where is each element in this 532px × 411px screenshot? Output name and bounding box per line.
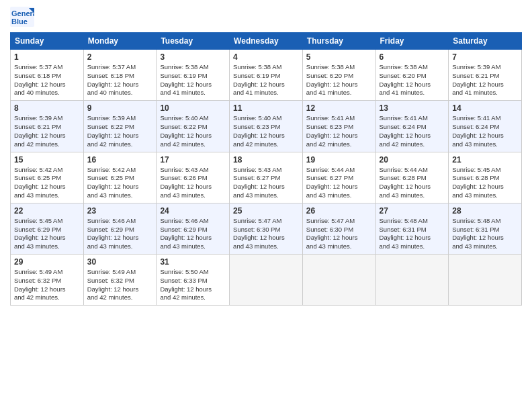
calendar-cell: 12Sunrise: 5:41 AMSunset: 6:23 PMDayligh…	[302, 101, 375, 152]
day-info: Sunrise: 5:45 AMSunset: 6:28 PMDaylight:…	[452, 166, 518, 200]
day-number: 6	[380, 52, 445, 62]
svg-text:General: General	[11, 9, 34, 17]
calendar-cell: 16Sunrise: 5:42 AMSunset: 6:25 PMDayligh…	[83, 152, 157, 203]
day-info: Sunrise: 5:47 AMSunset: 6:30 PMDaylight:…	[233, 217, 299, 251]
calendar: SundayMondayTuesdayWednesdayThursdayFrid…	[10, 32, 522, 306]
day-number: 13	[380, 103, 445, 113]
day-info: Sunrise: 5:46 AMSunset: 6:29 PMDaylight:…	[160, 217, 226, 251]
day-number: 8	[14, 103, 80, 113]
day-number: 31	[160, 257, 226, 267]
calendar-week-5: 29Sunrise: 5:49 AMSunset: 6:32 PMDayligh…	[11, 255, 522, 306]
day-number: 3	[160, 52, 226, 62]
day-number: 12	[306, 103, 372, 113]
day-info: Sunrise: 5:38 AMSunset: 6:19 PMDaylight:…	[160, 63, 226, 97]
day-number: 11	[233, 103, 299, 113]
day-number: 10	[160, 103, 226, 113]
day-number: 19	[306, 155, 372, 165]
day-number: 2	[87, 52, 153, 62]
day-number: 17	[160, 155, 226, 165]
calendar-cell	[230, 255, 303, 306]
weekday-header-thursday: Thursday	[302, 33, 375, 50]
day-info: Sunrise: 5:47 AMSunset: 6:30 PMDaylight:…	[306, 217, 372, 251]
day-number: 30	[87, 257, 153, 267]
day-info: Sunrise: 5:43 AMSunset: 6:27 PMDaylight:…	[233, 166, 299, 200]
weekday-header-wednesday: Wednesday	[230, 33, 303, 50]
day-info: Sunrise: 5:40 AMSunset: 6:22 PMDaylight:…	[160, 114, 226, 148]
calendar-cell: 18Sunrise: 5:43 AMSunset: 6:27 PMDayligh…	[230, 152, 303, 203]
calendar-cell: 6Sunrise: 5:38 AMSunset: 6:20 PMDaylight…	[375, 50, 449, 101]
calendar-cell: 21Sunrise: 5:45 AMSunset: 6:28 PMDayligh…	[449, 152, 522, 203]
day-number: 18	[233, 155, 299, 165]
calendar-cell	[375, 255, 449, 306]
day-info: Sunrise: 5:46 AMSunset: 6:29 PMDaylight:…	[87, 217, 153, 251]
calendar-cell: 30Sunrise: 5:49 AMSunset: 6:32 PMDayligh…	[83, 255, 157, 306]
day-info: Sunrise: 5:50 AMSunset: 6:33 PMDaylight:…	[160, 268, 226, 302]
calendar-cell: 5Sunrise: 5:38 AMSunset: 6:20 PMDaylight…	[302, 50, 375, 101]
day-info: Sunrise: 5:49 AMSunset: 6:32 PMDaylight:…	[14, 268, 80, 302]
day-info: Sunrise: 5:40 AMSunset: 6:23 PMDaylight:…	[233, 114, 299, 148]
calendar-week-2: 8Sunrise: 5:39 AMSunset: 6:21 PMDaylight…	[11, 101, 522, 152]
calendar-cell: 29Sunrise: 5:49 AMSunset: 6:32 PMDayligh…	[11, 255, 84, 306]
weekday-header-tuesday: Tuesday	[157, 33, 230, 50]
calendar-cell: 26Sunrise: 5:47 AMSunset: 6:30 PMDayligh…	[302, 203, 375, 254]
calendar-cell: 9Sunrise: 5:39 AMSunset: 6:22 PMDaylight…	[83, 101, 157, 152]
day-info: Sunrise: 5:48 AMSunset: 6:31 PMDaylight:…	[380, 217, 445, 251]
day-info: Sunrise: 5:39 AMSunset: 6:22 PMDaylight:…	[87, 114, 153, 148]
day-number: 9	[87, 103, 153, 113]
day-number: 15	[14, 155, 80, 165]
calendar-cell	[302, 255, 375, 306]
weekday-header-saturday: Saturday	[449, 33, 522, 50]
day-info: Sunrise: 5:48 AMSunset: 6:31 PMDaylight:…	[452, 217, 518, 251]
day-number: 7	[452, 52, 518, 62]
calendar-cell: 2Sunrise: 5:37 AMSunset: 6:18 PMDaylight…	[83, 50, 157, 101]
calendar-cell: 3Sunrise: 5:38 AMSunset: 6:19 PMDaylight…	[157, 50, 230, 101]
calendar-cell: 7Sunrise: 5:39 AMSunset: 6:21 PMDaylight…	[449, 50, 522, 101]
calendar-cell: 17Sunrise: 5:43 AMSunset: 6:26 PMDayligh…	[157, 152, 230, 203]
header: General Blue	[10, 7, 522, 27]
day-info: Sunrise: 5:42 AMSunset: 6:25 PMDaylight:…	[87, 166, 153, 200]
svg-text:Blue: Blue	[11, 17, 28, 26]
calendar-cell: 14Sunrise: 5:41 AMSunset: 6:24 PMDayligh…	[449, 101, 522, 152]
day-info: Sunrise: 5:41 AMSunset: 6:24 PMDaylight:…	[452, 114, 518, 148]
calendar-cell: 15Sunrise: 5:42 AMSunset: 6:25 PMDayligh…	[11, 152, 84, 203]
calendar-cell: 27Sunrise: 5:48 AMSunset: 6:31 PMDayligh…	[375, 203, 449, 254]
day-info: Sunrise: 5:42 AMSunset: 6:25 PMDaylight:…	[14, 166, 80, 200]
calendar-cell: 28Sunrise: 5:48 AMSunset: 6:31 PMDayligh…	[449, 203, 522, 254]
day-number: 26	[306, 206, 372, 216]
calendar-cell: 13Sunrise: 5:41 AMSunset: 6:24 PMDayligh…	[375, 101, 449, 152]
calendar-cell: 4Sunrise: 5:38 AMSunset: 6:19 PMDaylight…	[230, 50, 303, 101]
day-info: Sunrise: 5:39 AMSunset: 6:21 PMDaylight:…	[452, 63, 518, 97]
day-number: 14	[452, 103, 518, 113]
logo: General Blue	[10, 7, 34, 27]
weekday-header-sunday: Sunday	[11, 33, 84, 50]
day-number: 1	[14, 52, 80, 62]
day-info: Sunrise: 5:38 AMSunset: 6:20 PMDaylight:…	[306, 63, 372, 97]
calendar-cell	[449, 255, 522, 306]
day-info: Sunrise: 5:38 AMSunset: 6:19 PMDaylight:…	[233, 63, 299, 97]
day-info: Sunrise: 5:45 AMSunset: 6:29 PMDaylight:…	[14, 217, 80, 251]
day-number: 22	[14, 206, 80, 216]
calendar-cell: 24Sunrise: 5:46 AMSunset: 6:29 PMDayligh…	[157, 203, 230, 254]
day-info: Sunrise: 5:44 AMSunset: 6:27 PMDaylight:…	[306, 166, 372, 200]
calendar-week-3: 15Sunrise: 5:42 AMSunset: 6:25 PMDayligh…	[11, 152, 522, 203]
day-number: 4	[233, 52, 299, 62]
weekday-header-monday: Monday	[83, 33, 157, 50]
day-number: 20	[380, 155, 445, 165]
calendar-cell: 19Sunrise: 5:44 AMSunset: 6:27 PMDayligh…	[302, 152, 375, 203]
page: General Blue SundayMondayTuesdayWednesda…	[0, 0, 532, 411]
calendar-cell: 25Sunrise: 5:47 AMSunset: 6:30 PMDayligh…	[230, 203, 303, 254]
day-number: 29	[14, 257, 80, 267]
day-info: Sunrise: 5:39 AMSunset: 6:21 PMDaylight:…	[14, 114, 80, 148]
calendar-cell: 10Sunrise: 5:40 AMSunset: 6:22 PMDayligh…	[157, 101, 230, 152]
day-number: 16	[87, 155, 153, 165]
weekday-header-friday: Friday	[375, 33, 449, 50]
calendar-cell: 23Sunrise: 5:46 AMSunset: 6:29 PMDayligh…	[83, 203, 157, 254]
calendar-cell: 1Sunrise: 5:37 AMSunset: 6:18 PMDaylight…	[11, 50, 84, 101]
day-info: Sunrise: 5:43 AMSunset: 6:26 PMDaylight:…	[160, 166, 226, 200]
weekday-header-row: SundayMondayTuesdayWednesdayThursdayFrid…	[11, 33, 522, 50]
calendar-cell: 11Sunrise: 5:40 AMSunset: 6:23 PMDayligh…	[230, 101, 303, 152]
day-info: Sunrise: 5:38 AMSunset: 6:20 PMDaylight:…	[380, 63, 445, 97]
calendar-cell: 22Sunrise: 5:45 AMSunset: 6:29 PMDayligh…	[11, 203, 84, 254]
calendar-week-4: 22Sunrise: 5:45 AMSunset: 6:29 PMDayligh…	[11, 203, 522, 254]
calendar-cell: 8Sunrise: 5:39 AMSunset: 6:21 PMDaylight…	[11, 101, 84, 152]
